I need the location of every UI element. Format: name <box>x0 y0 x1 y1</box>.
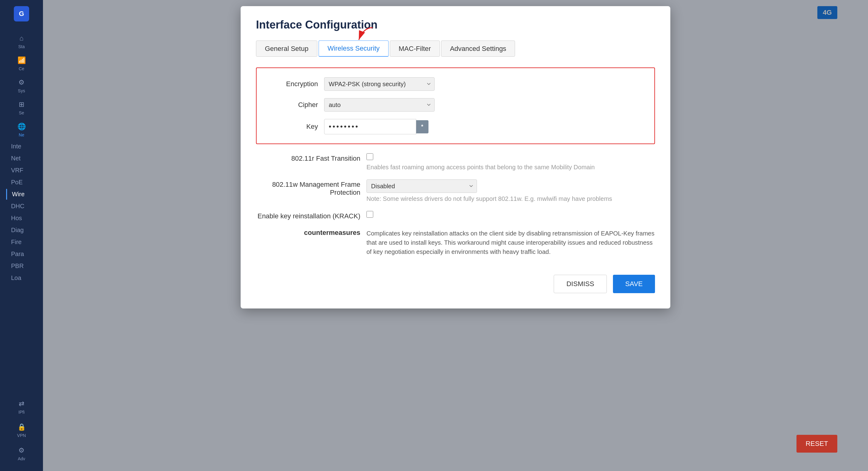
fast-transition-row: 802.11r Fast Transition Enables fast roa… <box>256 153 655 171</box>
sidebar-item-vpn[interactable]: 🔒 VPN <box>0 419 43 442</box>
krack-label: Enable key reinstallation (KRACK) <box>256 211 360 220</box>
key-label: Key <box>269 123 318 131</box>
countermeasures-text: Complicates key reinstallation attacks o… <box>367 229 655 256</box>
sidebar-label-services: Se <box>19 110 24 115</box>
security-section: Encryption WPA2-PSK (strong security) WP… <box>256 67 655 144</box>
sidebar-item-network[interactable]: 🌐 Ne <box>0 119 43 141</box>
sidebar-subitem-firewall[interactable]: Fire <box>6 237 43 247</box>
sidebar-label-system: Sys <box>18 88 25 93</box>
encryption-select[interactable]: WPA2-PSK (strong security) WPA-PSK None <box>324 77 435 91</box>
modal-footer: DISMISS SAVE <box>256 275 655 293</box>
cipher-select[interactable]: auto CCMP (AES) TKIP <box>324 98 435 112</box>
sidebar-subitem-interfaces[interactable]: Inte <box>6 141 43 152</box>
sidebar-item-cellular[interactable]: 📶 Ce <box>0 53 43 75</box>
lock-icon: 🔒 <box>18 423 26 431</box>
sidebar-subitems: Inte Net VRF PoE Wire DHC Hos Diag Fire … <box>0 141 43 283</box>
tab-bar: General Setup Wireless Security MAC-Filt… <box>256 40 655 57</box>
bar-icon: 📶 <box>18 57 26 64</box>
reset-button[interactable]: RESET <box>797 435 837 452</box>
countermeasures-row: countermeasures Complicates key reinstal… <box>256 229 655 256</box>
modal-backdrop: Interface Configuration General Setup Wi… <box>43 0 868 471</box>
sidebar-subitem-hosts[interactable]: Hos <box>6 213 43 224</box>
fast-transition-hint: Enables fast roaming among access points… <box>367 164 595 171</box>
modal: Interface Configuration General Setup Wi… <box>241 6 670 308</box>
grid-icon: ⊞ <box>19 101 24 108</box>
sidebar-subitem-poe[interactable]: PoE <box>6 177 43 188</box>
sidebar-subitem-dhcp[interactable]: DHC <box>6 201 43 211</box>
sidebar-logo: G <box>14 6 29 22</box>
sidebar-subitem-vrf[interactable]: VRF <box>6 165 43 176</box>
sidebar-subitem-params[interactable]: Para <box>6 249 43 260</box>
fast-transition-label: 802.11r Fast Transition <box>256 153 360 163</box>
sidebar-item-services[interactable]: ⊞ Se <box>0 97 43 119</box>
management-frame-row: 802.11w Management Frame Protection Disa… <box>256 179 655 202</box>
advanced-routing-icon: ⚙ <box>19 446 25 455</box>
sidebar-item-advanced-routing[interactable]: ⚙ Adv <box>0 443 43 465</box>
sidebar-item-system[interactable]: ⚙ Sys <box>0 75 43 97</box>
sidebar-item-status[interactable]: ⌂ Sta <box>0 31 43 53</box>
encryption-row: Encryption WPA2-PSK (strong security) WP… <box>269 77 642 91</box>
management-frame-hint: Note: Some wireless drivers do not fully… <box>367 195 612 202</box>
gear-icon: ⚙ <box>19 78 25 87</box>
modal-title: Interface Configuration <box>256 19 655 31</box>
fast-transition-checkbox[interactable] <box>367 153 373 160</box>
management-frame-label: 802.11w Management Frame Protection <box>256 179 360 197</box>
home-icon: ⌂ <box>19 34 23 42</box>
share-icon: ⇄ <box>19 400 24 408</box>
sidebar-item-ipfilter[interactable]: ⇄ IPfi <box>0 396 43 418</box>
krack-row: Enable key reinstallation (KRACK) <box>256 211 655 220</box>
tab-mac-filter[interactable]: MAC-Filter <box>390 40 440 57</box>
dismiss-button[interactable]: DISMISS <box>554 275 607 293</box>
countermeasures-label: countermeasures <box>256 229 360 237</box>
key-input-group: * <box>324 119 429 134</box>
sidebar-label-cellular: Ce <box>19 66 24 71</box>
sidebar-label-status: Sta <box>18 44 25 49</box>
sidebar-label-network: Ne <box>19 132 24 137</box>
key-toggle-button[interactable]: * <box>416 120 429 133</box>
sidebar-subitem-wireless[interactable]: Wire <box>6 189 43 200</box>
main-content: 4G Interface Configuration General Setup <box>43 0 868 471</box>
save-button[interactable]: SAVE <box>613 275 655 293</box>
krack-checkbox[interactable] <box>367 211 373 218</box>
sidebar-subitem-pbr[interactable]: PBR <box>6 261 43 271</box>
management-frame-select[interactable]: Disabled Optional Required <box>367 179 477 193</box>
tab-general[interactable]: General Setup <box>256 40 317 57</box>
sidebar-subitem-load[interactable]: Loa <box>6 273 43 283</box>
key-row: Key * <box>269 119 642 134</box>
sidebar-subitem-diagnostics[interactable]: Diag <box>6 225 43 236</box>
cipher-label: Cipher <box>269 101 318 109</box>
tab-wireless-security[interactable]: Wireless Security <box>319 40 389 57</box>
globe-icon: 🌐 <box>18 123 26 131</box>
encryption-label: Encryption <box>269 80 318 88</box>
sidebar-subitem-network[interactable]: Net <box>6 153 43 164</box>
cipher-row: Cipher auto CCMP (AES) TKIP <box>269 98 642 112</box>
sidebar: G ⌂ Sta 📶 Ce ⚙ Sys ⊞ Se 🌐 Ne Inte Net VR… <box>0 0 43 471</box>
key-input[interactable] <box>324 119 416 134</box>
tab-advanced[interactable]: Advanced Settings <box>441 40 515 57</box>
